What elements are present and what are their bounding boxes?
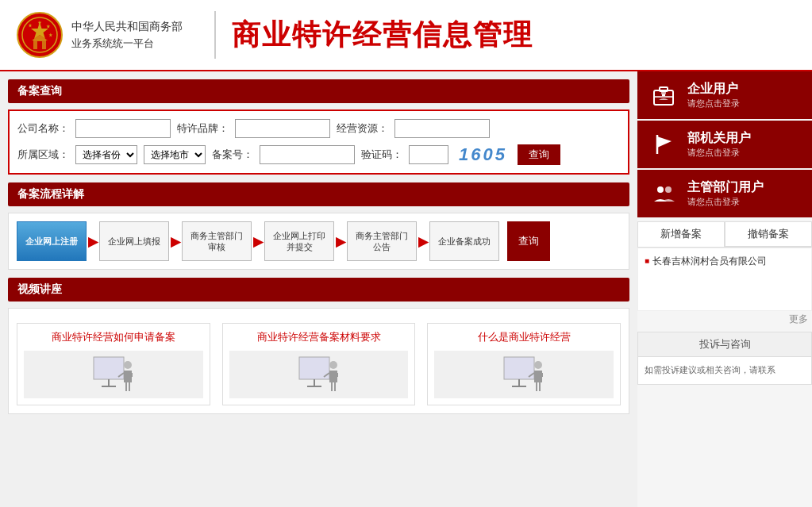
svg-marker-43 <box>657 136 672 148</box>
complaint-section: 投诉与咨询 如需投诉建议或相关咨询，请联系 <box>637 332 812 385</box>
process-query-button[interactable]: 查询 <box>507 221 550 261</box>
svg-point-41 <box>661 90 666 95</box>
dept-user-card[interactable]: 部机关用户 请您点击登录 <box>637 121 812 168</box>
captcha-display: 1605 <box>455 144 511 165</box>
presenter-icon-2 <box>500 353 548 397</box>
authority-user-text: 主管部门用户 请您点击登录 <box>687 179 764 208</box>
record-tabs: 新增备案 撤销备案 <box>637 221 812 248</box>
sidebar: 企业用户 请您点击登录 部机关用户 请您点击登录 <box>637 71 812 507</box>
briefcase-icon <box>649 81 678 109</box>
arrow-3: ▶ <box>334 234 347 249</box>
svg-rect-32 <box>534 371 542 382</box>
org-subtitle: 中华人民共和国商务部 业务系统统一平台 <box>71 17 183 52</box>
authority-user-type: 主管部门用户 <box>687 179 764 196</box>
flag-icon <box>649 130 678 159</box>
process-section-header: 备案流程详解 <box>8 182 629 206</box>
process-step-2[interactable]: 商务主管部门审核 <box>182 221 252 261</box>
video-section: 商业特许经营如何申请备案 <box>8 308 629 414</box>
svg-point-45 <box>665 186 672 193</box>
video-item-0[interactable]: 商业特许经营如何申请备案 <box>17 323 210 405</box>
authority-user-login: 请您点击登录 <box>687 196 764 208</box>
main-container: 备案查询 公司名称： 特许品牌： 经营资源： 所属区域： 选择省份 选择地市 备… <box>0 71 812 507</box>
record-list: ■ 长春吉林润村合员有限公司 <box>637 248 812 311</box>
tab-new-record[interactable]: 新增备案 <box>637 221 725 247</box>
video-section-header: 视频讲座 <box>8 278 629 302</box>
resource-input[interactable] <box>394 119 490 138</box>
label-region: 所属区域： <box>17 148 69 162</box>
search-section: 公司名称： 特许品牌： 经营资源： 所属区域： 选择省份 选择地市 备案号： 验… <box>8 109 629 175</box>
label-resource: 经营资源： <box>337 121 388 136</box>
authority-user-card[interactable]: 主管部门用户 请您点击登录 <box>637 170 812 217</box>
video-title-2: 什么是商业特许经营 <box>434 330 614 344</box>
header-divider <box>214 11 216 59</box>
content-area: 备案查询 公司名称： 特许品牌： 经营资源： 所属区域： 选择省份 选择地市 备… <box>0 71 637 507</box>
case-input[interactable] <box>260 145 355 164</box>
svg-rect-23 <box>329 371 337 382</box>
complaint-text: 如需投诉建议或相关咨询，请联系 <box>638 357 811 384</box>
emblem-icon <box>16 11 63 59</box>
svg-rect-14 <box>124 371 132 382</box>
process-step-0[interactable]: 企业网上注册 <box>17 221 87 261</box>
arrow-2: ▶ <box>252 234 264 249</box>
arrow-1: ▶ <box>169 234 182 249</box>
enterprise-user-login: 请您点击登录 <box>687 98 740 109</box>
svg-point-31 <box>534 361 542 369</box>
process-flow: 企业网上注册 ▶ 企业网上填报 ▶ 商务主管部门审核 ▶ 企业网上打印并提交 ▶… <box>17 221 621 261</box>
video-grid: 商业特许经营如何申请备案 <box>17 323 621 405</box>
people-icon <box>649 179 678 208</box>
video-thumbnail-2 <box>434 351 614 398</box>
process-step-5[interactable]: 企业备案成功 <box>429 221 499 261</box>
process-step-1[interactable]: 企业网上填报 <box>99 221 169 261</box>
complaint-header: 投诉与咨询 <box>638 332 811 357</box>
page-title: 商业特许经营信息管理 <box>232 16 533 55</box>
arrow-0: ▶ <box>87 234 99 249</box>
label-captcha: 验证码： <box>361 148 402 162</box>
process-section: 企业网上注册 ▶ 企业网上填报 ▶ 商务主管部门审核 ▶ 企业网上打印并提交 ▶… <box>8 213 629 270</box>
page-header: 中华人民共和国商务部 业务系统统一平台 商业特许经营信息管理 <box>0 0 812 71</box>
city-select[interactable]: 选择地市 <box>144 145 206 164</box>
brand-input[interactable] <box>235 119 330 138</box>
process-step-4[interactable]: 商务主管部门公告 <box>347 221 417 261</box>
svg-rect-8 <box>37 41 42 49</box>
org-line2: 业务系统统一平台 <box>71 36 183 52</box>
province-select[interactable]: 选择省份 <box>75 145 137 164</box>
dept-user-login: 请您点击登录 <box>687 147 751 159</box>
video-title-0: 商业特许经营如何申请备案 <box>24 330 203 344</box>
presenter-icon-1 <box>295 353 343 397</box>
captcha-input[interactable] <box>409 145 448 164</box>
dept-user-type: 部机关用户 <box>687 130 751 147</box>
process-step-3[interactable]: 企业网上打印并提交 <box>264 221 334 261</box>
enterprise-user-text: 企业用户 请您点击登录 <box>687 81 740 109</box>
record-item-0: ■ 长春吉林润村合员有限公司 <box>645 255 805 268</box>
search-section-header: 备案查询 <box>8 79 629 103</box>
video-thumbnail-1 <box>229 351 409 398</box>
presenter-icon-0 <box>90 353 137 397</box>
label-case: 备案号： <box>212 148 253 162</box>
record-text-0: 长春吉林润村合员有限公司 <box>652 255 767 268</box>
record-bullet-0: ■ <box>645 256 649 265</box>
video-thumbnail-0 <box>24 351 203 398</box>
logo-area: 中华人民共和国商务部 业务系统统一平台 <box>16 11 183 59</box>
svg-point-22 <box>329 361 337 369</box>
enterprise-user-type: 企业用户 <box>687 81 740 98</box>
enterprise-user-card[interactable]: 企业用户 请您点击登录 <box>637 71 812 119</box>
video-item-1[interactable]: 商业特许经营备案材料要求 <box>222 323 416 405</box>
tab-revoke-record[interactable]: 撤销备案 <box>725 221 812 247</box>
svg-point-44 <box>657 186 664 193</box>
search-row-1: 公司名称： 特许品牌： 经营资源： <box>17 119 620 138</box>
dept-user-text: 部机关用户 请您点击登录 <box>687 130 751 159</box>
video-item-2[interactable]: 什么是商业特许经营 <box>427 323 621 405</box>
svg-point-13 <box>124 361 132 369</box>
search-button[interactable]: 查询 <box>518 144 560 165</box>
more-link[interactable]: 更多 <box>637 311 812 328</box>
label-brand: 特许品牌： <box>177 121 229 136</box>
label-company: 公司名称： <box>17 121 69 136</box>
search-row-2: 所属区域： 选择省份 选择地市 备案号： 验证码： 1605 查询 <box>17 144 620 165</box>
video-title-1: 商业特许经营备案材料要求 <box>229 330 409 344</box>
org-line1: 中华人民共和国商务部 <box>71 17 183 35</box>
company-input[interactable] <box>75 119 171 138</box>
arrow-4: ▶ <box>417 234 429 249</box>
